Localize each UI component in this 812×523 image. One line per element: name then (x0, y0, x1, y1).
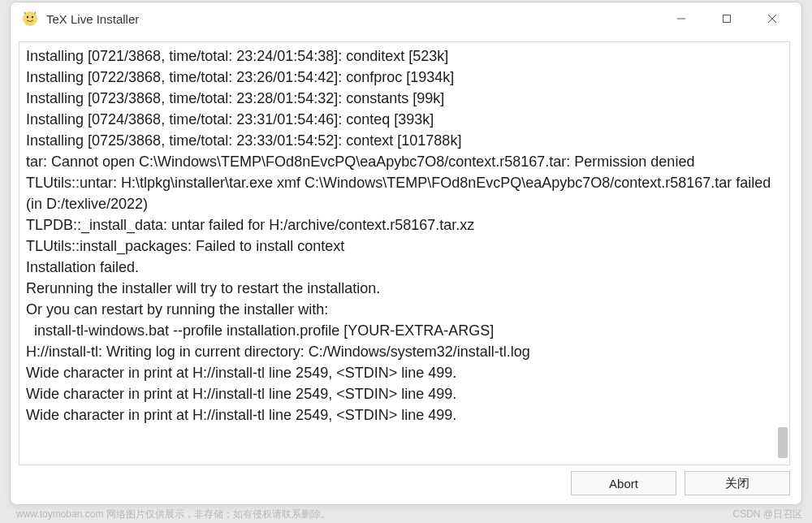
minimize-button[interactable] (659, 4, 704, 33)
titlebar[interactable]: TeX Live Installer (11, 2, 801, 35)
abort-button[interactable]: Abort (571, 471, 676, 495)
log-text: Installing [0721/3868, time/total: 23:24… (26, 45, 783, 426)
svg-point-2 (32, 16, 33, 18)
close-dialog-button[interactable]: 关闭 (685, 471, 790, 495)
maximize-button[interactable] (704, 4, 749, 33)
app-window: TeX Live Installer Installing [0721/3868… (10, 2, 802, 505)
close-button[interactable] (749, 4, 795, 33)
app-icon (22, 11, 38, 27)
footer-left: www.toymoban.com 网络图片仅供展示，非存储；如有侵权请联系删除。 (16, 508, 330, 521)
svg-rect-4 (723, 15, 731, 23)
button-bar: Abort 关闭 (11, 469, 801, 504)
footer-right: CSDN @日召区 (732, 508, 802, 521)
scrollbar-thumb[interactable] (778, 427, 788, 458)
svg-point-1 (27, 16, 28, 18)
log-panel[interactable]: Installing [0721/3868, time/total: 23:24… (19, 41, 790, 465)
window-controls (659, 4, 795, 33)
window-title: TeX Live Installer (46, 12, 659, 26)
